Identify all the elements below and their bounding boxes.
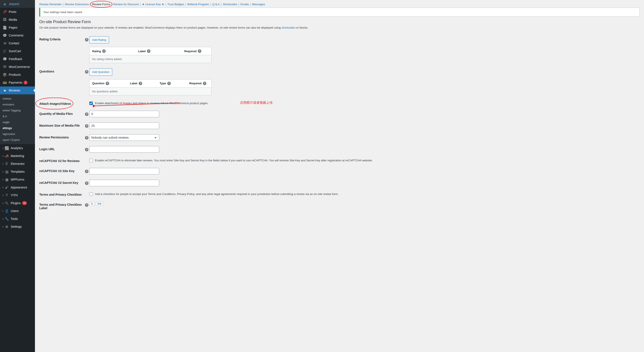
- submenu-item[interactable]: iagnostics: [0, 131, 35, 137]
- row-rating-criteria: Rating Criteria ? Add Rating Rating? Lab…: [39, 34, 640, 66]
- submenu-item[interactable]: ettings: [0, 125, 35, 131]
- maxsize-label: Maximum Size of Media File: [39, 124, 80, 127]
- help-icon[interactable]: ?: [85, 38, 88, 42]
- sidebar-item-templates[interactable]: ▸▧Templates: [0, 168, 35, 176]
- sidebar-item-label: Comments: [9, 34, 24, 37]
- sidebar-item-yith[interactable]: ▸YYITH: [0, 191, 35, 199]
- help-icon[interactable]: ?: [85, 124, 88, 128]
- help-icon[interactable]: ?: [106, 82, 109, 85]
- sidebar-item-pages[interactable]: 📄Pages: [0, 24, 35, 32]
- help-icon[interactable]: ?: [203, 82, 206, 85]
- sidebar-item-marketing[interactable]: ▸📣Marketing: [0, 152, 35, 160]
- sidebar-item-jetpack[interactable]: ◆Jetpack: [0, 0, 35, 8]
- sidebar-item-elementor[interactable]: ▸EElementor: [0, 160, 35, 168]
- sidebar-item-label: Pages: [9, 26, 18, 29]
- tab-review-for-discount[interactable]: Review for Discount: [113, 2, 139, 6]
- count-badge: 15: [22, 201, 27, 205]
- sidebar-item-media[interactable]: 🖼Media: [0, 16, 35, 24]
- help-icon[interactable]: ?: [85, 203, 88, 207]
- menu-icon: 🖌: [4, 185, 9, 190]
- recaptcha-checkbox[interactable]: [89, 159, 93, 162]
- caret-icon: ▸: [2, 170, 4, 173]
- menu-icon: 💬: [2, 33, 7, 38]
- menu-icon: 📦: [2, 72, 7, 77]
- help-icon[interactable]: ?: [85, 112, 88, 116]
- help-icon[interactable]: ?: [198, 49, 201, 53]
- quantity-input[interactable]: [89, 111, 159, 117]
- sidebar-item-label: Elementor: [11, 162, 25, 166]
- sidebar-item-label: Feedback: [9, 57, 22, 61]
- add-rating-button[interactable]: Add Rating: [89, 36, 109, 44]
- sidebar-item-appearance[interactable]: ▸🖌Appearance: [0, 184, 35, 191]
- help-icon[interactable]: ?: [85, 70, 88, 74]
- tab-emails[interactable]: Emails: [240, 2, 249, 6]
- tab-review-forms[interactable]: Review Forms: [92, 2, 110, 6]
- admin-sidebar: ◆Jetpack📌Posts🖼Media📄Pages💬Comments✉Cont…: [0, 0, 35, 219]
- sidebar-item-wpforms[interactable]: ▸▦WPForms: [0, 176, 35, 184]
- sidebar-item-posts[interactable]: 📌Posts: [0, 8, 35, 16]
- sidebar-item-feedback[interactable]: 💭Feedback: [0, 55, 35, 63]
- maxsize-input[interactable]: [89, 122, 159, 129]
- permissions-select[interactable]: Nobody can submit reviews: [89, 134, 159, 141]
- help-icon[interactable]: ?: [102, 49, 106, 53]
- sidebar-item-surecart[interactable]: 🛒SureCart: [0, 47, 35, 55]
- terms-label: Terms and Privacy Checkbox: [39, 193, 82, 196]
- help-icon[interactable]: ?: [167, 82, 171, 85]
- tab-review-reminder[interactable]: Review Reminder: [39, 2, 62, 6]
- add-question-button[interactable]: Add Question: [89, 68, 112, 76]
- secretkey-input[interactable]: [89, 180, 159, 186]
- sidebar-item-woocommerce[interactable]: WWooCommerce: [0, 63, 35, 71]
- submenu-item[interactable]: eminders: [0, 102, 35, 108]
- row-recaptcha: reCAPTCHA V2 for Reviews Enable reCAPTCH…: [39, 155, 640, 165]
- help-icon[interactable]: ?: [85, 148, 88, 151]
- sidebar-item-label: Jetpack: [9, 2, 19, 6]
- sitekey-input[interactable]: [89, 168, 159, 174]
- sidebar-item-users[interactable]: ▸👤Users: [0, 207, 35, 215]
- submenu-item[interactable]: & A: [0, 113, 35, 119]
- help-icon[interactable]: ?: [139, 82, 142, 85]
- shortcodes-link[interactable]: shortcodes: [282, 26, 296, 29]
- row-review-permissions: Review Permissions ? Nobody can submit r…: [39, 132, 640, 144]
- sidebar-item-reviews[interactable]: ★Reviews: [0, 86, 35, 94]
- help-icon[interactable]: ?: [147, 49, 150, 53]
- help-icon[interactable]: ?: [85, 170, 88, 173]
- qt-link-button[interactable]: link: [96, 202, 104, 206]
- sidebar-item-tools[interactable]: ▸🔧Tools: [0, 215, 35, 219]
- sidebar-item-contact[interactable]: ✉Contact: [0, 39, 35, 47]
- attach-media-label: Attach Images/Videos: [39, 102, 71, 106]
- sidebar-item-label: Reviews: [9, 89, 20, 92]
- sidebar-item-payments[interactable]: 💳Payments1: [0, 78, 35, 86]
- sidebar-item-label: Appearance: [11, 186, 27, 189]
- sidebar-item-plugins[interactable]: ▸🔌Plugins15: [0, 199, 35, 207]
- tab-referral-program[interactable]: Referral Program: [187, 2, 209, 6]
- notice-text: Your settings have been saved.: [43, 10, 83, 14]
- attach-media-checkbox[interactable]: [89, 102, 93, 105]
- submenu-item[interactable]: eviews: [0, 96, 35, 102]
- submenu-item[interactable]: nport / Export: [0, 137, 35, 143]
- tab-review-extensions[interactable]: Review Extensions: [65, 2, 89, 6]
- questions-empty: No questions added: [90, 88, 212, 95]
- permissions-label: Review Permissions: [39, 136, 69, 139]
- sidebar-item-label: Products: [9, 73, 21, 76]
- login-url-input[interactable]: [89, 146, 159, 153]
- submenu-item[interactable]: oogle: [0, 119, 35, 125]
- tab--license-key-[interactable]: ★ License Key ★: [142, 2, 164, 6]
- sitekey-label: reCAPTCHA V2 Site Key: [39, 169, 74, 173]
- sidebar-item-comments[interactable]: 💬Comments: [0, 32, 35, 39]
- qt-bold-button[interactable]: b: [89, 202, 95, 206]
- tab-q-a[interactable]: Q & A: [212, 2, 220, 6]
- tab-shortcodes[interactable]: Shortcodes: [223, 2, 238, 6]
- tab-messages[interactable]: Messages: [252, 2, 265, 6]
- sidebar-item-analytics[interactable]: ▸📈Analytics: [0, 144, 35, 152]
- terms-checkbox[interactable]: [89, 192, 93, 196]
- menu-icon: E: [4, 162, 9, 166]
- help-icon[interactable]: ?: [85, 182, 88, 185]
- sidebar-item-products[interactable]: 📦Products: [0, 71, 35, 78]
- submenu-item[interactable]: eview Tagging: [0, 108, 35, 113]
- menu-icon: 💭: [2, 57, 7, 61]
- section-description: On-site product review forms are display…: [39, 26, 640, 29]
- help-icon[interactable]: ?: [85, 136, 88, 140]
- sidebar-item-label: WooCommerce: [9, 65, 30, 68]
- menu-icon: ◆: [2, 2, 7, 6]
- tab-trust-badges[interactable]: Trust Badges: [167, 2, 184, 6]
